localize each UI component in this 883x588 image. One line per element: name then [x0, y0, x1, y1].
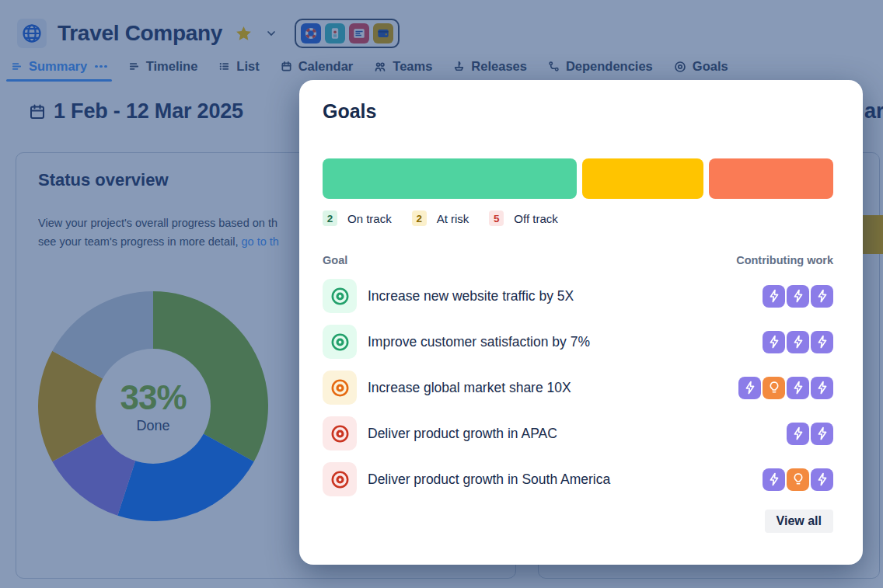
work-item-bulb-icon[interactable]	[763, 377, 785, 399]
goal-title: Increase new website traffic by 5X	[368, 288, 574, 304]
contributing-work-badges	[763, 331, 833, 353]
goals-modal: Goals 2 On track 2 At risk 5 Off track G…	[299, 80, 863, 565]
summary-bar-at-risk	[582, 158, 703, 199]
work-item-bolt-icon[interactable]	[763, 331, 785, 353]
view-all-button[interactable]: View all	[765, 510, 833, 533]
work-item-bolt-icon[interactable]	[811, 377, 833, 399]
screen: Travel Company	[0, 0, 883, 588]
legend-item-at-risk: 2 At risk	[412, 210, 469, 226]
legend-label: Off track	[514, 212, 557, 225]
contributing-work-badges	[763, 468, 833, 491]
goal-row[interactable]: Improve customer satisfaction by 7%	[323, 325, 833, 359]
work-item-bulb-icon[interactable]	[787, 468, 809, 491]
goal-title: Deliver product growth in South America	[368, 471, 610, 488]
goal-title: Deliver product growth in APAC	[368, 426, 557, 442]
summary-bar-on-track	[323, 158, 577, 199]
work-item-bolt-icon[interactable]	[811, 423, 833, 445]
contributing-work-badges	[738, 377, 833, 399]
goals-modal-title: Goals	[323, 100, 376, 123]
goal-title: Improve customer satisfaction by 7%	[368, 334, 590, 350]
contributing-work-column-header: Contributing work	[736, 254, 833, 266]
goal-row[interactable]: Deliver product growth in APAC	[323, 416, 833, 451]
legend-item-off-track: 5 Off track	[489, 210, 557, 226]
work-item-bolt-icon[interactable]	[787, 377, 809, 399]
goals-legend: 2 On track 2 At risk 5 Off track	[323, 210, 558, 226]
summary-bar-off-track	[709, 158, 833, 199]
on-track-count-badge: 2	[323, 210, 337, 226]
goal-status-icon	[323, 325, 357, 359]
contributing-work-badges	[787, 423, 833, 445]
goal-status-icon	[323, 371, 357, 405]
work-item-bolt-icon[interactable]	[787, 331, 809, 353]
legend-item-on-track: 2 On track	[323, 210, 392, 226]
work-item-bolt-icon[interactable]	[738, 377, 761, 399]
contributing-work-badges	[763, 285, 833, 308]
goal-title: Increase global market share 10X	[368, 380, 571, 396]
goal-row[interactable]: Deliver product growth in South America	[323, 462, 833, 496]
goals-list: Increase new website traffic by 5X Impro…	[323, 279, 833, 496]
work-item-bolt-icon[interactable]	[787, 423, 809, 445]
work-item-bolt-icon[interactable]	[763, 468, 785, 491]
work-item-bolt-icon[interactable]	[811, 285, 833, 308]
goal-column-header: Goal	[323, 254, 347, 266]
legend-label: At risk	[437, 212, 469, 225]
goal-status-icon	[323, 279, 357, 313]
work-item-bolt-icon[interactable]	[787, 285, 809, 308]
at-risk-count-badge: 2	[412, 210, 427, 226]
goals-summary-bars	[323, 158, 833, 199]
goals-modal-footer: View all	[323, 510, 833, 533]
legend-label: On track	[347, 212, 392, 225]
goal-status-icon	[323, 462, 357, 496]
goal-status-icon	[323, 416, 357, 451]
goal-row[interactable]: Increase new website traffic by 5X	[323, 279, 833, 313]
work-item-bolt-icon[interactable]	[811, 331, 833, 353]
goal-row[interactable]: Increase global market share 10X	[323, 371, 833, 405]
off-track-count-badge: 5	[489, 210, 504, 226]
work-item-bolt-icon[interactable]	[763, 285, 785, 308]
goals-table-header: Goal Contributing work	[323, 254, 833, 266]
work-item-bolt-icon[interactable]	[811, 468, 833, 491]
